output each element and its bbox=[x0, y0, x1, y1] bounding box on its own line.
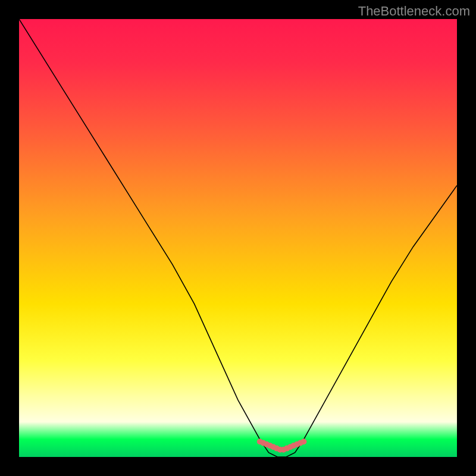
chart-frame: TheBottleneck.com bbox=[0, 0, 476, 476]
bottleneck-curve bbox=[19, 19, 457, 457]
chart-plot-area bbox=[19, 19, 457, 457]
trough-marker bbox=[257, 439, 307, 453]
curve-path bbox=[19, 19, 457, 457]
watermark-text: TheBottleneck.com bbox=[358, 4, 470, 19]
trough-dot bbox=[300, 439, 306, 444]
